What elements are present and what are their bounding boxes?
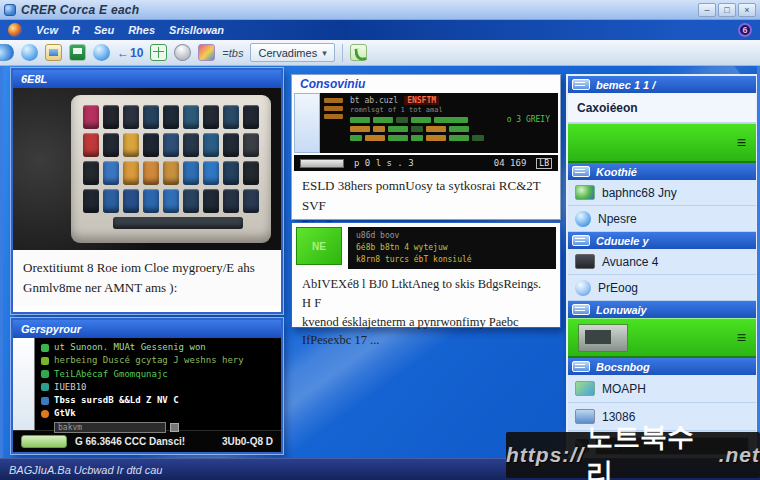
table-button[interactable] — [150, 44, 167, 61]
keyboard-key — [143, 189, 159, 213]
folder-image-button[interactable] — [45, 44, 62, 61]
panel-icon — [572, 166, 590, 177]
sidebar-item-5[interactable]: MOAPH — [568, 375, 756, 403]
sidebar-header-category[interactable]: Cduuele y — [568, 232, 756, 249]
menu-item-1[interactable]: Vcw — [36, 24, 58, 36]
watermark-prefix: https:// — [506, 443, 584, 467]
sidebar-caption-row: Caxoiéeon — [568, 93, 756, 123]
chevron-down-icon: ▾ — [322, 48, 327, 58]
keyboard-key — [163, 105, 179, 129]
commands-dropdown[interactable]: Cervadimes ▾ — [250, 43, 334, 62]
plant-button[interactable] — [350, 44, 367, 61]
sidebar-header-demo[interactable]: bemec 1 1 / — [568, 76, 756, 93]
swirl-icon — [0, 44, 14, 61]
paint-button[interactable] — [198, 44, 215, 61]
monitor-panel: Consoviniu bt ab.cuzl ENSFTM romnlsgt of… — [291, 74, 561, 220]
sidebar-item-2[interactable]: Npesre — [568, 206, 756, 232]
console-terminal: ut Sunoon. MUAt Gessenig won herbeing Du… — [35, 338, 281, 430]
window-controls: – □ × — [698, 3, 756, 17]
console-screenshot: ut Sunoon. MUAt Gessenig won herbeing Du… — [13, 338, 281, 430]
status-center-text: p 0 l s . 3 — [354, 158, 414, 168]
screen-capture-button[interactable] — [69, 44, 86, 61]
keyboard-key — [143, 105, 159, 129]
app-logo-icon — [8, 23, 22, 37]
sphere-icon — [575, 211, 591, 227]
start-button[interactable] — [21, 435, 67, 448]
zoom-lens-button[interactable] — [172, 42, 194, 64]
progress-box — [300, 159, 344, 168]
green-tile-icon[interactable]: NE — [296, 227, 342, 265]
menu-item-2[interactable]: R — [72, 24, 80, 36]
status-text: BAGJIuA.Ba Ucbwad Ir dtd cau — [9, 464, 162, 476]
panel-icon — [572, 235, 590, 246]
terminal-input[interactable]: bakvm — [54, 422, 166, 433]
sidebar-item-3[interactable]: Avuance 4 — [568, 249, 756, 275]
window-title: CRER Corca E each — [21, 3, 139, 17]
bios-header: bt ab.cuzl ENSFTM — [350, 96, 552, 105]
sidebar-header-ranking[interactable]: Bocsnbog — [568, 358, 756, 375]
footer-status-text: G 66.3646 CCC Dansci! — [75, 436, 185, 447]
photo-tile-icon — [575, 381, 595, 396]
monitor-body: bt ab.cuzl ENSFTM romnlsgt of 1 tot amal… — [294, 93, 558, 153]
watermark-korean: 노트북수리 — [586, 419, 717, 480]
back-button[interactable]: ←10 — [117, 46, 143, 60]
panel-icon — [572, 361, 590, 372]
menu-item-5[interactable]: Srisllowan — [169, 24, 224, 36]
mini-terminal: u86d boov 6é8b b8tn 4 wytejuw k8rn8 turc… — [348, 227, 556, 269]
sidebar-header-tools[interactable]: Koothié — [568, 163, 756, 180]
bios-subheader: romnlsgt of 1 tot amal — [350, 106, 552, 114]
keyboard-key — [103, 161, 119, 185]
console-panel: Gerspyrour ut Sunoon. MUAt Gessenig won … — [11, 318, 283, 454]
menu-item-4[interactable]: Rhes — [128, 24, 155, 36]
green-banner-with-photo[interactable]: ≡ — [568, 318, 756, 358]
toolbar: ←10 =tbs Cervadimes ▾ — [0, 40, 760, 66]
sphere-icon — [575, 280, 591, 296]
footer-counter: 3Ub0-Q8 D — [222, 436, 273, 447]
workspace: 6E8L Orextitiumt 8 Roe iom Cloe mygroery… — [0, 66, 760, 458]
watermark-suffix: .net — [719, 443, 760, 467]
green-banner-button[interactable]: ≡ — [568, 123, 756, 163]
bios-row — [350, 135, 552, 141]
keyboard-key — [243, 161, 259, 185]
keyboard-thumb-icon — [575, 254, 595, 269]
keyboard-key — [83, 105, 99, 129]
caption-line: AbIVEXé8 l BJ0 LtktAneg to skis BdgsRein… — [302, 275, 550, 313]
keyboard-key — [163, 189, 179, 213]
sidebar-item-4[interactable]: PrEoog — [568, 275, 756, 301]
monitor-side-strip — [294, 93, 320, 153]
keyboard-panel: 6E8L Orextitiumt 8 Roe iom Cloe mygroery… — [11, 68, 283, 314]
keyboard-key — [203, 133, 219, 157]
panel-icon — [572, 79, 590, 90]
dropdown-label: Cervadimes — [258, 47, 317, 59]
scroll-button[interactable] — [170, 423, 179, 432]
keyboard-key — [183, 189, 199, 213]
keyboard-key — [223, 189, 239, 213]
keyboard-key — [103, 105, 119, 129]
watermark: https:// 노트북수리 .net — [506, 432, 760, 478]
keyboard-key — [183, 133, 199, 157]
globe-button[interactable] — [21, 44, 38, 61]
close-button[interactable]: × — [738, 3, 756, 17]
sidebar-header-community[interactable]: Lonuwaiy — [568, 301, 756, 318]
keyboard-key — [203, 189, 219, 213]
maximize-button[interactable]: □ — [718, 3, 736, 17]
bios-row — [350, 126, 552, 132]
keyboard-key — [103, 189, 119, 213]
hamburger-icon: ≡ — [737, 135, 746, 151]
console-footer: G 66.3646 CCC Dansci! 3Ub0-Q8 D — [13, 430, 281, 452]
world-button[interactable] — [93, 44, 110, 61]
toolbar-separator — [342, 44, 343, 62]
caption-line: Orextitiumt 8 Roe iom Cloe mygroery/E ah… — [23, 258, 271, 278]
keyboard-key — [163, 161, 179, 185]
minimize-button[interactable]: – — [698, 3, 716, 17]
sidebar-item-1[interactable]: baphnc68 Jny — [568, 180, 756, 206]
terminal-line: 6é8b b8tn 4 wytejuw — [356, 242, 548, 254]
menu-item-3[interactable]: Seu — [94, 24, 114, 36]
note-panel: NE u86d boov 6é8b b8tn 4 wytejuw k8rn8 t… — [291, 222, 561, 328]
console-side-strip — [13, 338, 35, 430]
menu-badge[interactable]: 6 — [738, 23, 752, 37]
panel-icon — [572, 304, 590, 315]
bios-labels — [324, 98, 343, 119]
bios-note: o 3 GREIY — [507, 115, 550, 124]
keyboard-key — [83, 161, 99, 185]
